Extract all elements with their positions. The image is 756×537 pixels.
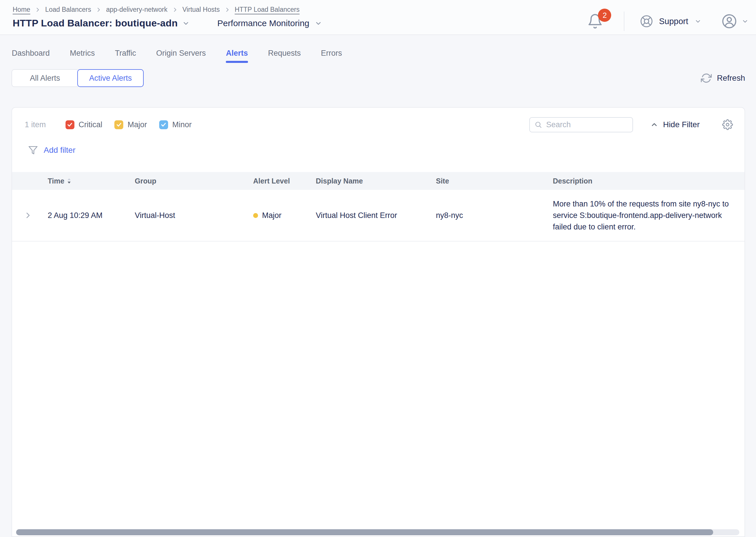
tab[interactable]: Requests	[268, 49, 301, 67]
account-menu[interactable]	[722, 14, 748, 29]
chevron-up-icon	[650, 121, 658, 129]
table-row[interactable]: 2 Aug 10:29 AM Virtual-Host Major Virtua…	[12, 190, 744, 241]
breadcrumb-link[interactable]: HTTP Load Balancers	[235, 6, 300, 14]
breadcrumb-item: HTTP Load Balancers	[235, 6, 300, 14]
severity-label: Critical	[79, 120, 103, 129]
tab-label: Errors	[321, 49, 342, 58]
tab-label: Dashboard	[12, 49, 50, 58]
severity-filter[interactable]: Minor	[159, 120, 192, 129]
all-alerts-button[interactable]: All Alerts	[12, 69, 78, 87]
tab-label: Origin Servers	[156, 49, 206, 58]
active-alerts-button[interactable]: Active Alerts	[77, 69, 144, 87]
header-divider	[624, 12, 624, 31]
table-header: Time Group Alert Level Display Name Site…	[12, 172, 744, 190]
tab[interactable]: Metrics	[70, 49, 95, 67]
severity-label: Minor	[172, 120, 192, 129]
user-avatar-icon	[722, 14, 737, 29]
search-input[interactable]	[546, 120, 628, 129]
chevron-right-icon	[172, 7, 178, 13]
support-menu[interactable]: Support	[640, 15, 701, 28]
column-header-display-name[interactable]: Display Name	[312, 177, 432, 185]
header-right: 2 Support	[587, 10, 748, 33]
breadcrumb-item: Load Balancers	[45, 6, 106, 14]
notification-badge: 2	[598, 9, 611, 22]
chevron-down-icon	[315, 20, 322, 27]
column-header-description[interactable]: Description	[549, 177, 744, 185]
chevron-down-icon	[694, 18, 701, 25]
alert-level: Major	[249, 211, 312, 220]
tab[interactable]: Origin Servers	[156, 49, 206, 67]
checkbox-checked-icon[interactable]	[159, 120, 168, 129]
checkbox-checked-icon[interactable]	[114, 120, 123, 129]
chevron-right-icon	[96, 7, 102, 13]
scrollbar-thumb[interactable]	[16, 529, 713, 535]
alert-level-dot	[253, 213, 258, 218]
alert-display-name: Virtual Host Client Error	[312, 211, 432, 220]
gear-icon	[722, 119, 733, 130]
alerts-panel: 1 item Critical Major	[12, 107, 745, 537]
breadcrumb-item: app-delivery-network	[106, 6, 182, 14]
tab-label: Traffic	[115, 49, 136, 58]
tab-label: Requests	[268, 49, 301, 58]
hide-filter-button[interactable]: Hide Filter	[650, 120, 700, 129]
funnel-icon	[28, 145, 38, 155]
hide-filter-label: Hide Filter	[663, 120, 700, 129]
column-header-time[interactable]: Time	[44, 177, 131, 185]
tab-bar: Dashboard Metrics Traffic Origin Servers…	[0, 35, 756, 67]
breadcrumb-link[interactable]: app-delivery-network	[106, 6, 167, 14]
support-label: Support	[659, 17, 688, 26]
title-dropdown-icon[interactable]	[182, 20, 190, 27]
alert-description: More than 10% of the requests from site …	[549, 190, 744, 241]
title-row: HTTP Load Balancer: boutique-adn Perform…	[13, 18, 322, 29]
sort-icon[interactable]	[67, 178, 71, 184]
severity-filter[interactable]: Critical	[66, 120, 103, 129]
chevron-right-icon	[35, 7, 40, 13]
severity-filter[interactable]: Major	[114, 120, 147, 129]
column-header-site[interactable]: Site	[432, 177, 549, 185]
breadcrumb: Home Load Balancers app-delivery-network	[13, 6, 322, 14]
filter-bar-right: Hide Filter	[529, 117, 733, 132]
refresh-button[interactable]: Refresh	[701, 73, 745, 84]
column-header-group[interactable]: Group	[131, 177, 249, 185]
app-root: Home Load Balancers app-delivery-network	[0, 0, 756, 537]
tab[interactable]: Errors	[321, 49, 342, 67]
breadcrumb-link[interactable]: Load Balancers	[45, 6, 91, 14]
alerts-view-toggle: All Alerts Active Alerts	[12, 69, 144, 87]
breadcrumb-link[interactable]: Home	[13, 6, 30, 14]
page-title: HTTP Load Balancer: boutique-adn	[13, 18, 178, 29]
search-icon	[534, 120, 542, 129]
refresh-icon	[701, 73, 712, 84]
tab-label: Metrics	[70, 49, 95, 58]
checkbox-checked-icon[interactable]	[66, 120, 74, 129]
expand-row-cell	[12, 211, 44, 219]
expand-row-icon[interactable]	[24, 211, 32, 219]
view-selector-label: Performance Monitoring	[217, 19, 309, 28]
tab[interactable]: Alerts	[226, 49, 248, 67]
chevron-right-icon	[224, 7, 230, 13]
lifebuoy-icon	[640, 15, 653, 28]
view-selector[interactable]: Performance Monitoring	[217, 19, 322, 28]
alert-group: Virtual-Host	[131, 211, 249, 220]
tab[interactable]: Dashboard	[12, 49, 50, 67]
severity-filters: Critical Major Minor	[66, 120, 192, 129]
alert-site: ny8-nyc	[432, 211, 549, 220]
column-header-alert-level[interactable]: Alert Level	[249, 177, 312, 185]
item-count: 1 item	[25, 120, 46, 129]
search-box	[529, 117, 633, 132]
severity-label: Major	[128, 120, 147, 129]
alerts-toolbar: All Alerts Active Alerts Refresh	[12, 69, 745, 87]
app-header: Home Load Balancers app-delivery-network	[0, 0, 756, 35]
tab-label: Alerts	[226, 49, 248, 58]
alerts-table: Time Group Alert Level Display Name Site…	[12, 172, 744, 241]
add-filter-button[interactable]: Add filter	[44, 145, 75, 155]
horizontal-scrollbar[interactable]	[16, 529, 739, 535]
breadcrumb-link[interactable]: Virtual Hosts	[182, 6, 220, 14]
notifications-button[interactable]: 2	[587, 13, 603, 29]
chevron-down-icon	[742, 18, 748, 25]
tab[interactable]: Traffic	[115, 49, 136, 67]
table-settings-button[interactable]	[722, 119, 733, 130]
refresh-label: Refresh	[717, 73, 745, 83]
breadcrumb-item: Home	[13, 6, 45, 14]
filter-bar: 1 item Critical Major	[12, 108, 744, 132]
header-left: Home Load Balancers app-delivery-network	[13, 5, 322, 34]
